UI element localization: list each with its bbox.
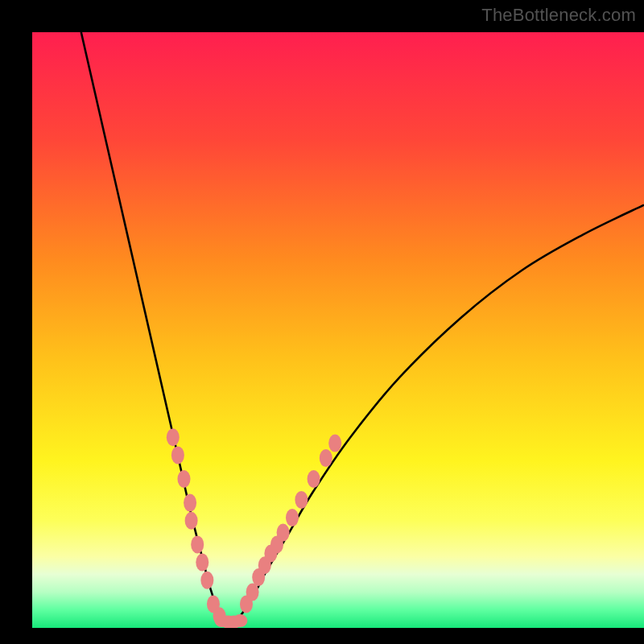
data-dot bbox=[233, 614, 247, 627]
data-dot bbox=[295, 491, 308, 509]
watermark-text: TheBottleneck.com bbox=[481, 5, 636, 26]
data-dot bbox=[320, 449, 332, 467]
data-dot bbox=[200, 572, 213, 589]
data-dot bbox=[185, 512, 198, 530]
chart-svg bbox=[32, 32, 644, 628]
plot-area bbox=[32, 32, 644, 628]
gradient-rect bbox=[32, 32, 644, 628]
data-dot bbox=[286, 509, 299, 526]
chart-frame: TheBottleneck.com bbox=[0, 0, 644, 644]
data-dot bbox=[184, 494, 196, 512]
data-dot bbox=[308, 470, 320, 488]
data-dot bbox=[196, 554, 208, 572]
data-dot bbox=[277, 524, 290, 542]
data-dot bbox=[328, 435, 341, 452]
data-dot bbox=[167, 428, 180, 446]
data-dot bbox=[191, 535, 204, 553]
data-dot bbox=[246, 584, 259, 601]
data-dot bbox=[177, 470, 190, 488]
data-dot bbox=[171, 446, 184, 464]
